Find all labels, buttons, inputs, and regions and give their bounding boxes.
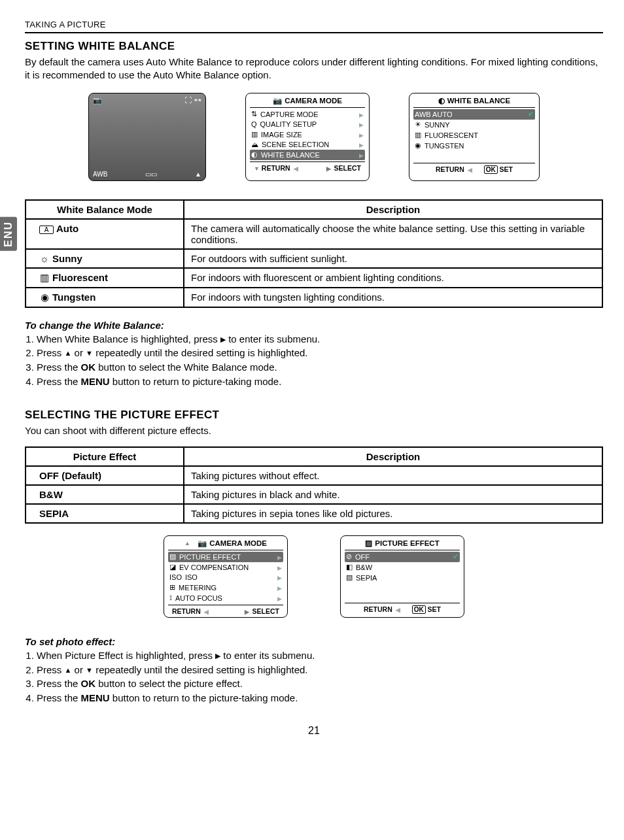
wb-title: SETTING WHITE BALANCE	[25, 40, 603, 53]
list-item: When Picture Effect is highlighted, pres…	[37, 648, 603, 663]
table-row: ▥FluorescentFor indoors with fluorescent…	[26, 268, 602, 288]
menu-item-selected: AWB AUTO	[415, 110, 452, 118]
menu-item: METERING	[179, 584, 217, 592]
menu-item: CAPTURE MODE	[260, 110, 319, 118]
list-item: Press the MENU button to return to the p…	[37, 691, 603, 705]
menu-item-selected: OFF	[355, 553, 370, 561]
menu-item: SCENE SELECTION	[262, 141, 329, 148]
list-item: Press the OK button to select the White …	[37, 360, 603, 375]
menu-item: EV COMPENSATION	[179, 563, 249, 571]
menu-return: RETURN	[436, 165, 464, 173]
pe-instr-title: To set photo effect:	[25, 636, 603, 647]
wb-icon: ◐	[438, 96, 445, 105]
camera-icon: 📷	[273, 96, 282, 105]
list-item: Press ▲ or ▼ repeatedly until the desire…	[37, 346, 603, 360]
table-row: B&WTaking pictures in black and white.	[26, 485, 602, 504]
page-number: 21	[25, 725, 603, 737]
wb-intro: By default the camera uses Auto White Ba…	[25, 56, 603, 82]
list-item: Press the OK button to select the pictur…	[37, 677, 603, 691]
table-row: AAutoThe camera will automatically choos…	[26, 219, 602, 249]
side-tab: ENU	[0, 217, 17, 251]
menu-return: RETURN	[364, 605, 392, 613]
table-row: SEPIATaking pictures in sepia tones like…	[26, 504, 602, 523]
pe-instructions: When Picture Effect is highlighted, pres…	[25, 648, 603, 705]
wb-instr-title: To change the White Balance:	[25, 320, 603, 331]
menu-item: IMAGE SIZE	[261, 131, 302, 139]
th-desc: Description	[184, 200, 602, 219]
list-item: Press ▲ or ▼ repeatedly until the desire…	[37, 663, 603, 677]
camera-preview: 📷⛶ ★★ AWB ▭▭ ▲	[88, 93, 206, 181]
white-balance-menu: ◐WHITE BALANCE AWB AUTO✔ ☀SUNNY ▥FLUORES…	[409, 93, 540, 181]
page-header: TAKING A PICTURE	[25, 20, 603, 33]
menu-item-selected: WHITE BALANCE	[261, 151, 320, 159]
wb-table: White Balance ModeDescription AAutoThe c…	[25, 199, 603, 308]
menu-return: RETURN	[262, 164, 290, 172]
menu-title-label: CAMERA MODE	[209, 539, 267, 547]
awb-label: AWB	[93, 171, 107, 178]
menu-item: TUNGSTEN	[425, 142, 464, 150]
menu-item: B&W	[356, 563, 372, 571]
menu-item: QUALITY SETUP	[260, 120, 317, 128]
menu-return: RETURN	[172, 607, 201, 615]
pe-figures: ▲ 📷CAMERA MODE ▨PICTURE EFFECT ◪EV COMPE…	[25, 535, 603, 618]
wb-instructions: When White Balance is highlighted, press…	[25, 332, 603, 389]
menu-select: SELECT	[334, 164, 361, 172]
menu-item: ISO	[185, 573, 198, 581]
menu-item: AUTO FOCUS	[175, 594, 222, 602]
camera-icon: 📷	[198, 539, 207, 548]
menu-title-label: CAMERA MODE	[285, 97, 342, 105]
th-effect: Picture Effect	[26, 447, 184, 466]
menu-item: SUNNY	[425, 121, 450, 129]
menu-set: SET	[428, 605, 441, 613]
pe-title: SELECTING THE PICTURE EFFECT	[25, 409, 603, 422]
menu-item-selected: PICTURE EFFECT	[179, 553, 241, 561]
menu-title-label: PICTURE EFFECT	[375, 539, 439, 547]
th-mode: White Balance Mode	[26, 200, 184, 219]
picture-effect-menu: ▨PICTURE EFFECT ⊘OFF✔ ◧B&W ▧SEPIA RETURN…	[340, 535, 464, 618]
table-row: OFF (Default)Taking pictures without eff…	[26, 466, 602, 485]
camera-mode-menu: 📷CAMERA MODE ⇅CAPTURE MODE QQUALITY SETU…	[245, 93, 370, 181]
list-item: When White Balance is highlighted, press…	[37, 332, 603, 346]
menu-set: SET	[500, 165, 513, 173]
th-desc: Description	[184, 447, 602, 466]
table-row: ◉TungstenFor indoors with tungsten light…	[26, 288, 602, 307]
table-row: ☼SunnyFor outdoors with sufficient sunli…	[26, 249, 602, 268]
camera-mode-menu-2: ▲ 📷CAMERA MODE ▨PICTURE EFFECT ◪EV COMPE…	[164, 535, 288, 618]
menu-item: SEPIA	[356, 574, 377, 582]
menu-title-label: WHITE BALANCE	[447, 97, 510, 105]
menu-select: SELECT	[252, 607, 279, 615]
list-item: Press the MENU button to return to pictu…	[37, 375, 603, 389]
effect-icon: ▨	[365, 539, 372, 548]
wb-figures: 📷⛶ ★★ AWB ▭▭ ▲ 📷CAMERA MODE ⇅CAPTURE MOD…	[25, 93, 603, 181]
pe-table: Picture EffectDescription OFF (Default)T…	[25, 446, 603, 524]
pe-intro: You can shoot with different picture eff…	[25, 424, 603, 437]
menu-item: FLUORESCENT	[425, 131, 478, 139]
